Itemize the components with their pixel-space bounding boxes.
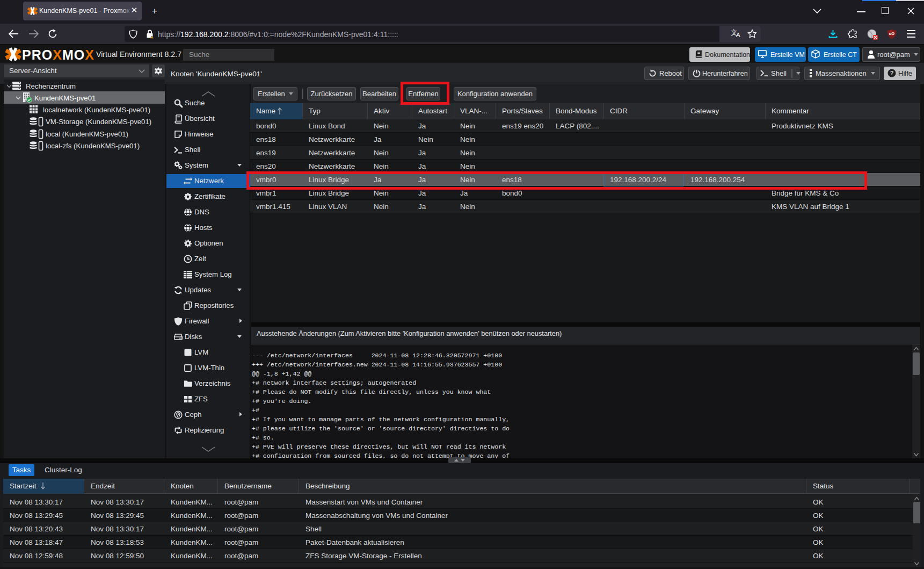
svg-text:uO: uO: [889, 31, 895, 36]
svg-text:?: ?: [890, 70, 894, 76]
